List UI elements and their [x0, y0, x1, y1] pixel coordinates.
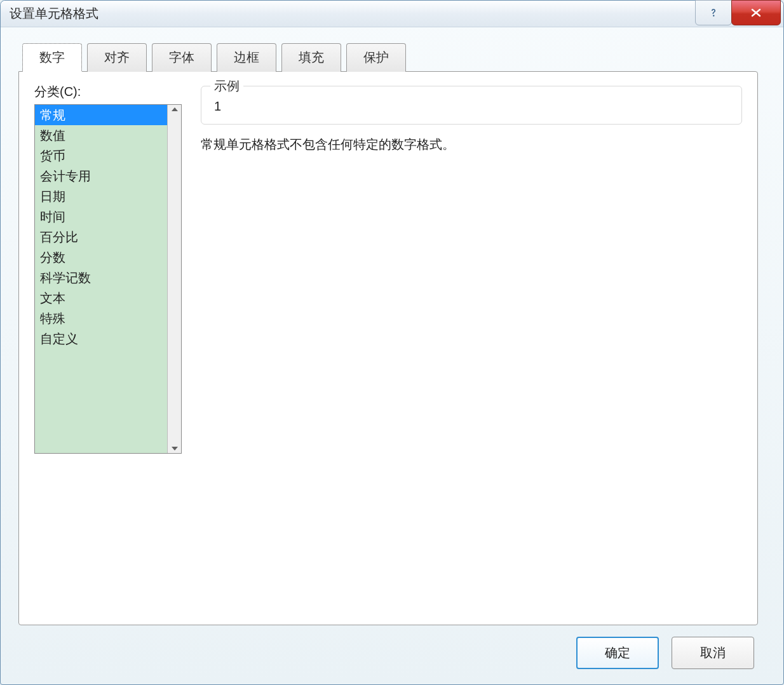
content-row: 分类(C): 常规 数值 货币 会计专用 日期 时间 百分比 分数 科学记数: [34, 83, 742, 613]
category-label: 分类(C):: [34, 83, 187, 100]
details-column: 示例 1 常规单元格格式不包含任何特定的数字格式。: [201, 83, 742, 153]
dialog-body: 数字 对齐 字体 边框 填充 保护 分类(C): 常规 数值 货币 会计专用: [1, 27, 783, 684]
category-item-number[interactable]: 数值: [35, 125, 167, 146]
dialog-button-row: 确定 取消: [18, 625, 758, 672]
help-button[interactable]: [695, 0, 732, 25]
category-item-date[interactable]: 日期: [35, 186, 167, 207]
category-scrollbar[interactable]: [167, 105, 181, 453]
format-description: 常规单元格格式不包含任何特定的数字格式。: [201, 136, 742, 153]
tab-fill[interactable]: 填充: [281, 43, 341, 72]
category-item-time[interactable]: 时间: [35, 207, 167, 227]
category-column: 分类(C): 常规 数值 货币 会计专用 日期 时间 百分比 分数 科学记数: [34, 83, 187, 454]
category-item-general[interactable]: 常规: [35, 105, 167, 125]
example-group: 示例 1: [201, 86, 742, 125]
cancel-button[interactable]: 取消: [672, 637, 754, 669]
titlebar-buttons: [696, 0, 781, 25]
example-legend: 示例: [210, 78, 243, 95]
category-item-scientific[interactable]: 科学记数: [35, 268, 167, 288]
tabstrip: 数字 对齐 字体 边框 填充 保护: [18, 43, 758, 71]
tab-panel-number: 分类(C): 常规 数值 货币 会计专用 日期 时间 百分比 分数 科学记数: [18, 71, 758, 625]
format-cells-dialog: 设置单元格格式 数字 对齐 字体 边框 填充 保护: [0, 0, 784, 685]
category-item-accounting[interactable]: 会计专用: [35, 166, 167, 186]
close-button[interactable]: [731, 0, 781, 25]
tab-number[interactable]: 数字: [22, 43, 82, 72]
category-item-special[interactable]: 特殊: [35, 308, 167, 329]
category-item-fraction[interactable]: 分数: [35, 247, 167, 268]
category-item-percentage[interactable]: 百分比: [35, 227, 167, 247]
ok-button[interactable]: 确定: [576, 637, 659, 669]
category-list: 常规 数值 货币 会计专用 日期 时间 百分比 分数 科学记数 文本 特殊 自定…: [35, 105, 167, 453]
tab-protection[interactable]: 保护: [346, 43, 406, 72]
category-listbox[interactable]: 常规 数值 货币 会计专用 日期 时间 百分比 分数 科学记数 文本 特殊 自定…: [34, 104, 182, 454]
tab-border[interactable]: 边框: [217, 43, 276, 72]
window-title: 设置单元格格式: [10, 5, 696, 22]
scroll-up-icon: [172, 107, 178, 111]
category-item-currency[interactable]: 货币: [35, 146, 167, 166]
example-value: 1: [213, 99, 730, 114]
titlebar: 设置单元格格式: [1, 1, 783, 27]
help-icon: [708, 7, 719, 18]
category-item-custom[interactable]: 自定义: [35, 329, 167, 349]
tab-alignment[interactable]: 对齐: [87, 43, 147, 72]
category-item-text[interactable]: 文本: [35, 288, 167, 308]
scroll-down-icon: [172, 447, 178, 451]
tab-font[interactable]: 字体: [152, 43, 212, 72]
close-icon: [750, 8, 762, 17]
